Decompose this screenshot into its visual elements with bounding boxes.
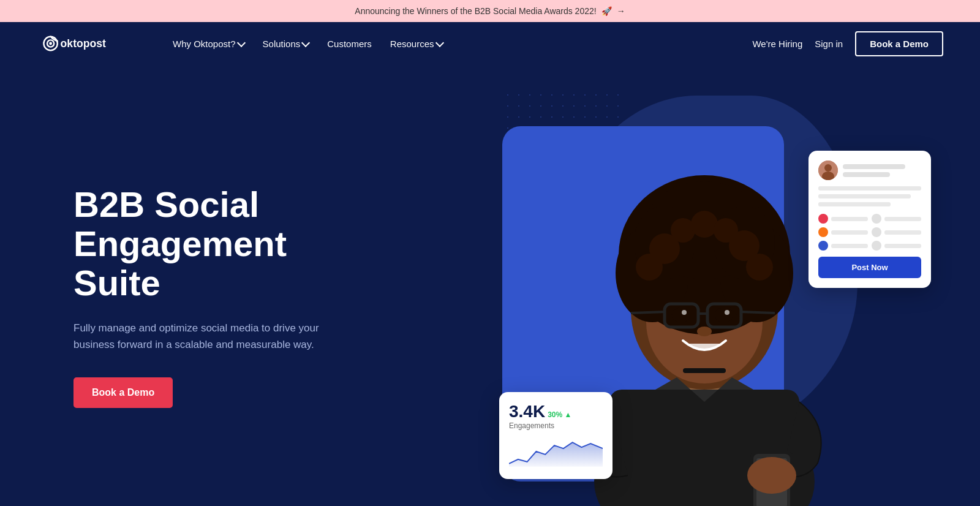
hero-content: B2B Social Engagement Suite Fully manage… — [0, 185, 368, 408]
post-card-icon-line-3 — [831, 230, 868, 235]
svg-point-29 — [682, 310, 687, 315]
nav-solutions[interactable]: Solutions — [255, 34, 317, 54]
svg-point-31 — [697, 327, 712, 336]
nav-book-demo-button[interactable]: Book a Demo — [855, 31, 943, 56]
nav-resources[interactable]: Resources — [383, 34, 450, 54]
svg-point-30 — [725, 310, 729, 315]
navbar: oktopost Why Oktopost? Solutions Custome… — [0, 22, 980, 65]
attachment-icon — [872, 227, 881, 237]
post-card-icon-item-2 — [872, 214, 921, 224]
logo[interactable]: oktopost — [37, 31, 141, 56]
rocket-icon: 🚀 — [601, 6, 612, 16]
user-icon — [818, 241, 828, 251]
hero-title: B2B Social Engagement Suite — [74, 185, 368, 302]
svg-point-27 — [672, 308, 690, 322]
post-card-icon-line-4 — [884, 230, 921, 235]
svg-point-2 — [49, 42, 52, 45]
calendar-icon — [872, 214, 881, 224]
svg-point-28 — [715, 308, 733, 322]
nav-why-oktopost[interactable]: Why Oktopost? — [165, 34, 252, 54]
post-card-line-2 — [843, 172, 890, 177]
engagement-chart — [509, 436, 603, 467]
svg-point-38 — [824, 164, 832, 172]
hero-cta-button[interactable]: Book a Demo — [74, 377, 173, 408]
engagement-number: 3.4K 30% ▲ — [509, 402, 603, 421]
post-card-icon-item-4 — [872, 227, 921, 237]
engagement-percent: 30% ▲ — [548, 410, 571, 419]
post-card-icon-line-1 — [831, 217, 868, 221]
nav-right: We're Hiring Sign in Book a Demo — [752, 31, 943, 56]
post-card: Post Now — [809, 151, 931, 288]
hero-subtitle: Fully manage and optimize social media t… — [74, 320, 343, 353]
post-card-icon-item-3 — [818, 227, 868, 237]
svg-line-25 — [631, 312, 665, 313]
grid-icon — [872, 241, 881, 251]
post-card-user-lines — [843, 164, 921, 177]
image-icon — [818, 227, 828, 237]
svg-point-21 — [746, 254, 773, 281]
svg-rect-36 — [683, 368, 726, 373]
chevron-down-icon — [435, 38, 443, 47]
chevron-down-icon — [236, 38, 245, 47]
post-card-line-1 — [843, 164, 905, 169]
post-card-avatar — [818, 160, 838, 180]
post-card-icons-row — [818, 214, 921, 251]
nav-links: Why Oktopost? Solutions Customers Resour… — [165, 34, 752, 54]
engagement-card: 3.4K 30% ▲ Engagements — [499, 392, 612, 479]
logo-svg: oktopost — [37, 31, 141, 56]
engagement-label: Engagements — [509, 421, 603, 430]
post-card-icon-item-5 — [818, 241, 868, 251]
post-card-icon-item-1 — [818, 214, 868, 224]
announcement-text: Announcing the Winners of the B2B Social… — [355, 6, 596, 16]
post-card-body-line-3 — [818, 202, 891, 206]
post-card-icon-item-6 — [872, 241, 921, 251]
svg-point-20 — [636, 254, 663, 281]
svg-text:oktopost: oktopost — [61, 37, 106, 50]
announcement-bar[interactable]: Announcing the Winners of the B2B Social… — [0, 0, 980, 22]
post-card-icon-line-5 — [831, 244, 868, 248]
post-card-icon-line-6 — [884, 244, 921, 248]
hero-section: B2B Social Engagement Suite Fully manage… — [0, 65, 980, 506]
star-icon — [818, 214, 828, 224]
post-card-body — [818, 186, 921, 206]
post-card-body-line-2 — [818, 194, 911, 198]
nav-customers[interactable]: Customers — [320, 34, 379, 54]
svg-point-35 — [747, 457, 796, 494]
nav-hiring-link[interactable]: We're Hiring — [752, 39, 802, 49]
post-card-icon-line-2 — [884, 217, 921, 221]
post-card-body-line-1 — [818, 186, 921, 191]
announcement-arrow: → — [617, 6, 625, 16]
post-card-header — [818, 160, 921, 180]
svg-point-17 — [691, 211, 718, 238]
avatar-icon — [818, 160, 838, 180]
post-now-button[interactable]: Post Now — [818, 257, 921, 278]
chevron-down-icon — [301, 38, 310, 47]
svg-line-26 — [741, 312, 775, 313]
nav-signin-link[interactable]: Sign in — [815, 39, 843, 49]
